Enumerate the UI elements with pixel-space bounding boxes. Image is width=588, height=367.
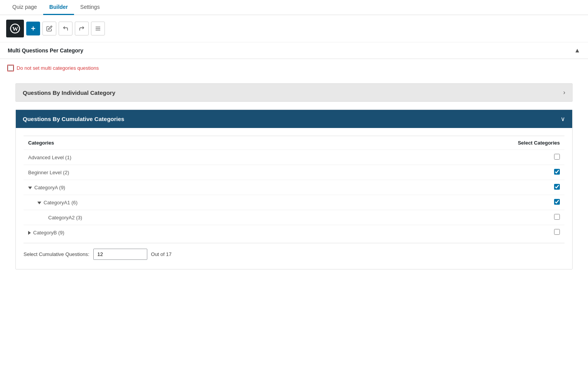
menu-button[interactable] bbox=[91, 22, 105, 35]
category-label: CategoryA (9) bbox=[24, 180, 322, 195]
table-row: Beginner Level (2) bbox=[24, 165, 564, 180]
do-not-set-label[interactable]: Do not set multi categories questions bbox=[17, 65, 99, 71]
cumulative-footer: Select Cumulative Questions: Out of 17 bbox=[24, 243, 564, 261]
tab-settings[interactable]: Settings bbox=[74, 0, 106, 15]
cumulative-questions-input[interactable] bbox=[93, 249, 147, 260]
svg-text:W: W bbox=[12, 25, 18, 32]
main-content: Multi Questions Per Category ▲ Do not se… bbox=[0, 42, 588, 269]
undo-button[interactable] bbox=[59, 22, 72, 35]
do-not-set-row: Do not set multi categories questions bbox=[0, 59, 588, 77]
categoryA-checkbox[interactable] bbox=[554, 184, 560, 190]
category-label: Advanced Level (1) bbox=[24, 150, 322, 165]
individual-category-section: Questions By Individual Category › bbox=[15, 83, 573, 102]
col-select: Select Categories bbox=[322, 136, 564, 150]
individual-category-title: Questions By Individual Category bbox=[23, 89, 115, 96]
categories-table: Categories Select Categories Advanced Le… bbox=[24, 136, 564, 240]
table-row: Advanced Level (1) bbox=[24, 150, 564, 165]
multi-questions-toggle[interactable]: ▲ bbox=[574, 47, 580, 54]
category-label: CategoryB (9) bbox=[24, 225, 322, 240]
cumulative-title: Questions By Cumulative Categories bbox=[23, 116, 124, 122]
individual-category-chevron: › bbox=[563, 89, 565, 96]
tab-builder[interactable]: Builder bbox=[43, 0, 74, 15]
categoryB-checkbox[interactable] bbox=[554, 229, 560, 235]
individual-category-header[interactable]: Questions By Individual Category › bbox=[16, 84, 572, 101]
advanced-level-checkbox[interactable] bbox=[554, 154, 560, 160]
multi-questions-section-header: Multi Questions Per Category ▲ bbox=[0, 42, 588, 59]
toolbar: W + bbox=[0, 15, 588, 42]
tab-quiz-page[interactable]: Quiz page bbox=[6, 0, 43, 15]
col-categories: Categories bbox=[24, 136, 322, 150]
do-not-set-checkbox[interactable] bbox=[8, 65, 13, 71]
table-row: CategoryA1 (6) bbox=[24, 195, 564, 210]
category-label: CategoryA1 (6) bbox=[24, 195, 322, 210]
cumulative-chevron: ∨ bbox=[561, 115, 565, 123]
table-row: CategoryA2 (3) bbox=[24, 210, 564, 225]
beginner-level-checkbox[interactable] bbox=[554, 169, 560, 175]
cumulative-section: Questions By Cumulative Categories ∨ Cat… bbox=[15, 109, 573, 269]
categoryA1-checkbox[interactable] bbox=[554, 199, 560, 205]
out-of-text: Out of 17 bbox=[151, 251, 172, 257]
cumulative-header[interactable]: Questions By Cumulative Categories ∨ bbox=[16, 110, 572, 128]
top-nav: Quiz page Builder Settings bbox=[0, 0, 588, 15]
table-row: CategoryA (9) bbox=[24, 180, 564, 195]
wp-logo: W bbox=[6, 20, 24, 37]
redo-button[interactable] bbox=[75, 22, 89, 35]
cumulative-content: Categories Select Categories Advanced Le… bbox=[16, 128, 572, 269]
add-button[interactable]: + bbox=[26, 22, 40, 35]
category-label: CategoryA2 (3) bbox=[24, 210, 322, 225]
multi-questions-title: Multi Questions Per Category bbox=[8, 47, 83, 54]
categoryA2-checkbox[interactable] bbox=[554, 214, 560, 220]
cumulative-questions-label: Select Cumulative Questions: bbox=[24, 251, 89, 257]
edit-button[interactable] bbox=[42, 22, 56, 35]
table-row: CategoryB (9) bbox=[24, 225, 564, 240]
category-label: Beginner Level (2) bbox=[24, 165, 322, 180]
